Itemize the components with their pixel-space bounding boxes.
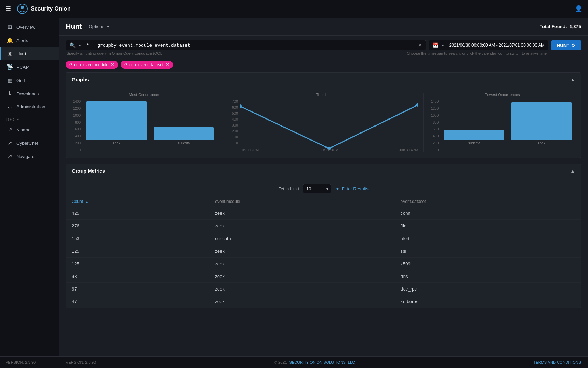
sidebar: ⊞ Overview 🔔 Alerts ◎ Hunt 📡 PCAP ▦ Grid… <box>0 18 59 368</box>
cell-dataset-2: alert <box>395 232 581 245</box>
options-dropdown[interactable]: Options ▾ <box>89 24 110 29</box>
hints-row: Specify a hunting query in Onion Query L… <box>66 50 581 56</box>
topbar: ☰ Security Onion 👤 <box>0 0 588 18</box>
group-metrics-collapse-icon[interactable]: ▲ <box>570 168 575 174</box>
sidebar-label-alerts: Alerts <box>16 38 28 43</box>
filter-results-button[interactable]: ▼ Filter Results <box>335 186 369 191</box>
sidebar-label-navigator: Navigator <box>16 154 36 159</box>
graphs-collapse-icon[interactable]: ▲ <box>570 77 575 82</box>
options-chevron-icon: ▾ <box>107 24 110 29</box>
date-range-text: 2021/06/30 00:00:00 AM - 2021/07/01 00:0… <box>449 43 545 48</box>
sidebar-item-grid[interactable]: ▦ Grid <box>0 74 59 87</box>
content-area: Hunt Options ▾ Total Found: 1,375 🔍 ▾ ✕ <box>59 18 588 368</box>
col-event-module[interactable]: event.module <box>209 196 395 207</box>
graphs-panel: Graphs ▲ Most Occurrences 1400 1200 1000… <box>66 72 581 158</box>
sidebar-item-pcap[interactable]: 📡 PCAP <box>0 60 59 74</box>
filter-tag-event-dataset: Group: event.dataset ✕ <box>121 61 173 69</box>
graphs-section-header[interactable]: Graphs ▲ <box>66 73 581 87</box>
search-clear-icon[interactable]: ✕ <box>418 42 422 48</box>
user-icon[interactable]: 👤 <box>575 5 582 13</box>
group-metrics-table: Count ▲ event.module event.dataset <box>66 196 581 308</box>
cell-module-0: zeek <box>209 207 395 220</box>
hints-left: Specify a hunting query in Onion Query L… <box>66 50 400 56</box>
cell-count-1: 276 <box>66 220 209 232</box>
cell-count-2: 153 <box>66 232 209 245</box>
cell-module-6: zeek <box>209 283 395 295</box>
col-event-dataset[interactable]: event.dataset <box>395 196 581 207</box>
cell-count-0: 425 <box>66 207 209 220</box>
sidebar-item-kibana[interactable]: ↗ Kibana <box>0 123 59 136</box>
footer-terms[interactable]: TERMS AND CONDITIONS <box>533 360 581 364</box>
search-row: 🔍 ▾ ✕ 📅 ▾ 2021/06/30 00:00:00 AM - 2021/… <box>66 40 581 50</box>
table-row[interactable]: 153 suricata alert <box>66 232 581 245</box>
content-header: Hunt Options ▾ Total Found: 1,375 <box>59 18 588 36</box>
filter-tag-event-module-label: Group: event.module <box>69 62 108 67</box>
filter-icon: ▼ <box>335 186 340 191</box>
table-row[interactable]: 425 zeek conn <box>66 207 581 220</box>
cell-dataset-3: ssl <box>395 245 581 258</box>
header-left: Hunt Options ▾ <box>66 22 110 30</box>
search-input[interactable] <box>86 43 416 48</box>
timeline-y-axis: 700 600 500 400 300 200 100 0 <box>229 100 239 152</box>
group-metrics-panel: Group Metrics ▲ Fetch Limit 10 25 50 100 <box>66 164 581 308</box>
administration-icon: 🛡 <box>7 104 13 110</box>
bar-suricata-label: suricata <box>177 141 190 145</box>
col-count[interactable]: Count ▲ <box>66 196 209 207</box>
sidebar-item-alerts[interactable]: 🔔 Alerts <box>0 34 59 47</box>
most-occurrences-bars: zeek suricata <box>83 100 217 145</box>
bar-fewest-suricata-label: suricata <box>468 141 481 145</box>
most-occurrences-label: Most Occurrences <box>72 93 217 97</box>
filter-results-label: Filter Results <box>342 186 369 191</box>
cyberchef-icon: ↗ <box>7 140 13 146</box>
filter-tag-event-dataset-remove[interactable]: ✕ <box>166 62 169 67</box>
filter-tag-event-module-remove[interactable]: ✕ <box>111 62 114 67</box>
most-occurrences-chart: 1400 1200 1000 800 600 400 200 0 <box>72 100 217 152</box>
sidebar-label-cyberchef: CyberChef <box>16 141 38 146</box>
graph-divider-1 <box>223 93 223 152</box>
search-type-dropdown[interactable]: ▾ <box>78 43 83 48</box>
fetch-limit-select[interactable]: 10 25 50 100 <box>303 184 331 193</box>
sidebar-item-downloads[interactable]: ⬇ Downloads <box>0 87 59 100</box>
topbar-left: ☰ Security Onion <box>6 3 71 14</box>
table-row[interactable]: 67 zeek dce_rpc <box>66 283 581 295</box>
pcap-icon: 📡 <box>7 64 13 70</box>
table-row[interactable]: 276 zeek file <box>66 220 581 232</box>
date-hint: Choose the timespan to search, or click … <box>407 51 547 55</box>
fetch-limit-select-wrapper: 10 25 50 100 <box>303 184 331 193</box>
bar-fewest-zeek-fill <box>511 102 572 140</box>
bar-zeek-label: zeek <box>113 141 120 145</box>
sidebar-item-cyberchef[interactable]: ↗ CyberChef <box>0 136 59 150</box>
cell-module-3: zeek <box>209 245 395 258</box>
sidebar-item-navigator[interactable]: ↗ Navigator <box>0 150 59 163</box>
hunt-button[interactable]: HUNT ⟳ <box>551 40 581 50</box>
sidebar-item-overview[interactable]: ⊞ Overview <box>0 20 59 34</box>
timeline-chart: 700 600 500 400 300 200 100 0 <box>229 100 418 152</box>
menu-icon[interactable]: ☰ <box>6 5 11 13</box>
table-row[interactable]: 125 zeek x509 <box>66 258 581 270</box>
table-row[interactable]: 47 zeek kerberos <box>66 295 581 308</box>
footer-version: VERSION: 2.3.90 <box>66 360 96 364</box>
search-input-container: 🔍 ▾ ✕ <box>66 40 426 50</box>
footer-company-link[interactable]: SECURITY ONION SOLUTIONS, LLC <box>289 360 355 364</box>
downloads-icon: ⬇ <box>7 90 13 97</box>
sidebar-label-pcap: PCAP <box>16 64 29 70</box>
calendar-icon[interactable]: 📅 <box>433 42 439 48</box>
sidebar-item-administration[interactable]: 🛡 Administration <box>0 100 59 113</box>
kibana-icon: ↗ <box>7 127 13 133</box>
table-row[interactable]: 98 zeek dns <box>66 270 581 283</box>
cell-module-5: zeek <box>209 270 395 283</box>
footer-copyright: © 2021 <box>274 360 287 364</box>
group-metrics-section-header[interactable]: Group Metrics ▲ <box>66 164 581 178</box>
timeline-graph: Timeline 700 600 500 400 300 200 100 0 <box>229 93 418 152</box>
sidebar-item-hunt[interactable]: ◎ Hunt <box>0 47 59 60</box>
cell-module-1: zeek <box>209 220 395 232</box>
navigator-icon: ↗ <box>7 153 13 159</box>
fewest-occurrences-y-axis: 1400 1200 1000 800 600 400 200 0 <box>429 100 440 152</box>
cell-dataset-7: kerberos <box>395 295 581 308</box>
hunt-refresh-icon: ⟳ <box>572 43 575 48</box>
app-name: Security Onion <box>31 6 71 12</box>
table-row[interactable]: 125 zeek ssl <box>66 245 581 258</box>
fetch-limit-label: Fetch Limit <box>278 186 299 191</box>
date-type-dropdown[interactable]: ▾ <box>441 43 446 48</box>
sidebar-label-downloads: Downloads <box>16 91 39 96</box>
